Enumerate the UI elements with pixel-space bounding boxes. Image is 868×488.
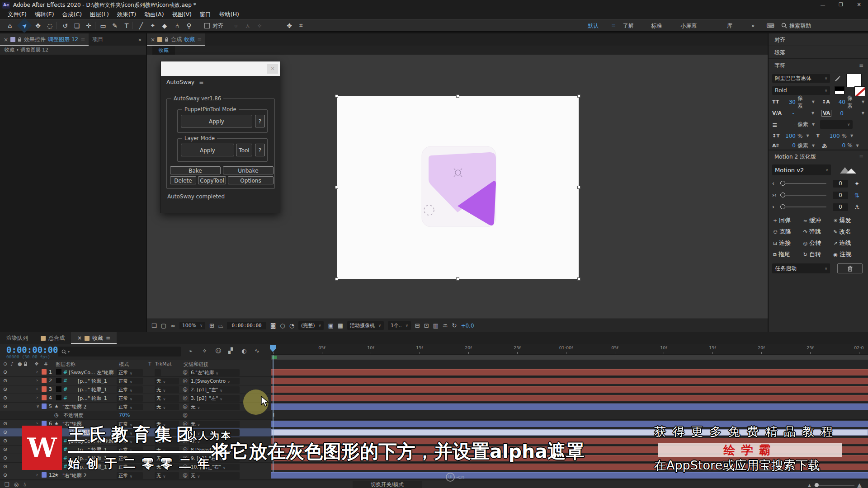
trail-button[interactable]: ⧉拖尾: [773, 250, 803, 258]
type-tool-icon[interactable]: T: [121, 20, 132, 31]
stroke-color-swatch[interactable]: [854, 86, 865, 96]
label-color-chip[interactable]: [42, 386, 47, 392]
zoom-select[interactable]: 100%∨: [179, 322, 205, 329]
expand-inout-icon[interactable]: ⍙: [23, 481, 26, 488]
delete-button[interactable]: Delete: [170, 176, 196, 184]
choose-grid-icon[interactable]: ⊞: [209, 322, 214, 329]
timeline-zoom-slider[interactable]: ▲ ▲: [808, 482, 862, 488]
tab-effect-controls[interactable]: × 效果控件 调整图层 12 ≡: [0, 33, 89, 46]
selection-handle[interactable]: [577, 94, 580, 98]
eye-toggle[interactable]: ⊙: [3, 421, 7, 427]
lock-icon[interactable]: [165, 37, 169, 42]
trkmat-select[interactable]: 无∨: [155, 404, 179, 410]
slider-knob[interactable]: [780, 204, 785, 209]
layer-name[interactable]: [p..." 轮廓_1: [78, 395, 107, 402]
delete-task-button[interactable]: [837, 263, 863, 273]
pen-tool-icon[interactable]: ✎: [109, 20, 120, 31]
menu-item-图层L[interactable]: 图层(L): [86, 11, 113, 19]
composition-chip[interactable]: 收藏: [152, 46, 175, 55]
burst-button[interactable]: ✳爆发: [833, 216, 863, 225]
copytool-button[interactable]: CopyTool: [198, 176, 226, 184]
track-row[interactable]: [271, 385, 868, 394]
autosway-title-bar[interactable]: ×: [161, 61, 280, 76]
spin-button[interactable]: ↻自转: [803, 250, 834, 258]
track-row[interactable]: [271, 377, 868, 385]
rotate-tool-icon[interactable]: ↺: [60, 20, 71, 31]
stamp-tool-icon[interactable]: ⌖: [147, 20, 158, 31]
character-panel-header[interactable]: 字符 ≡: [769, 59, 868, 72]
panel-menu-icon[interactable]: ≡: [106, 335, 110, 341]
jump-button[interactable]: ↷弹跳: [803, 228, 834, 236]
selection-handle[interactable]: [335, 94, 338, 98]
layer-duration-bar[interactable]: [271, 386, 868, 393]
parent-pickwhip-icon[interactable]: @: [183, 472, 188, 478]
blend-mode-select[interactable]: 正常∨: [117, 472, 143, 479]
tab-overflow-icon[interactable]: »: [138, 37, 146, 43]
motion-panel-header[interactable]: Motion 2 汉化版 ≡: [769, 150, 868, 162]
menu-item-动画A[interactable]: 动画(A): [140, 11, 168, 19]
monitor-icon[interactable]: ▢: [161, 322, 166, 329]
selection-handle[interactable]: [456, 277, 459, 281]
kerning-value[interactable]: -: [784, 110, 794, 117]
panel-menu-icon[interactable]: ≡: [197, 37, 202, 43]
eye-toggle[interactable]: ⊙: [3, 386, 7, 392]
workspace-2[interactable]: 标准: [651, 19, 662, 32]
composition-canvas[interactable]: [337, 96, 579, 279]
layer-row-4[interactable]: ⊙›4#[p..." 轮廓_1正常∨无∨@3. [p2]_"左"∨: [0, 394, 271, 403]
layer-row-5[interactable]: ⊙∨5★"左"轮廓 2正常∨无∨@无∨: [0, 403, 271, 411]
property-row-opacity[interactable]: ◷不透明度70%@: [0, 411, 271, 420]
parent-select[interactable]: 无∨: [189, 472, 240, 479]
camera-select[interactable]: 活动摄像机∨: [347, 321, 384, 330]
layer-duration-bar[interactable]: [271, 378, 868, 384]
blend-mode-select[interactable]: 正常∨: [117, 395, 143, 402]
mask-visibility-icon[interactable]: ⏢: [218, 322, 223, 329]
views-select[interactable]: 1个..∨: [388, 321, 411, 330]
leading-value[interactable]: 40: [835, 99, 845, 105]
stopwatch-icon[interactable]: ◷: [54, 412, 59, 418]
selection-handle[interactable]: [335, 277, 338, 281]
puppetpin-apply-button[interactable]: Apply: [181, 115, 252, 127]
slider-track[interactable]: [781, 183, 826, 184]
region-icon[interactable]: ▣: [328, 322, 333, 329]
parent-pickwhip-icon[interactable]: @: [183, 378, 188, 384]
snap-checkbox[interactable]: [204, 23, 210, 28]
pan-icon[interactable]: ✥: [284, 20, 295, 31]
workspace-1[interactable]: 了解: [623, 19, 634, 32]
label-color-chip[interactable]: [42, 404, 47, 409]
tracking-value[interactable]: 0: [833, 110, 843, 117]
rocket-icon[interactable]: ✦: [854, 180, 859, 187]
search-help-label[interactable]: 搜索帮助: [789, 19, 811, 32]
parent-select[interactable]: 无∨: [189, 404, 240, 410]
camera-tool-icon[interactable]: ❏: [71, 20, 82, 31]
mini-color-black-white[interactable]: [835, 86, 844, 94]
menu-item-帮助H[interactable]: 帮助(H): [215, 11, 243, 19]
glasses-icon[interactable]: ∞: [170, 322, 175, 329]
pixel-aspect-icon[interactable]: ▥: [433, 322, 439, 329]
twirl-toggle[interactable]: ›: [36, 421, 38, 426]
mountains-icon[interactable]: [839, 165, 857, 174]
work-area-bar[interactable]: [271, 355, 868, 360]
toggle-switches-button[interactable]: 切换开关/模式: [353, 481, 422, 488]
parent-select[interactable]: 1.[SwayContro∨: [189, 378, 240, 385]
search-icon[interactable]: [781, 23, 787, 28]
graph-editor-icon[interactable]: ∿: [255, 347, 259, 354]
puppetpin-help-button[interactable]: ?: [255, 115, 265, 127]
label-color-chip[interactable]: [42, 369, 47, 375]
parent-select[interactable]: 6."左"轮廓∨: [189, 369, 240, 376]
trkmat-select[interactable]: 无∨: [155, 386, 179, 393]
squash-slider[interactable]: ›‹0⇅: [769, 189, 868, 201]
eye-toggle[interactable]: ⊙: [3, 369, 7, 375]
cc-badge-icon[interactable]: ⌨: [765, 20, 776, 31]
expand-layers-icon[interactable]: ❏: [5, 481, 9, 488]
puppet-pin-tool-icon[interactable]: ⚲: [184, 20, 194, 31]
layer-name[interactable]: [SwayCo... 左"轮廓: [69, 369, 114, 376]
property-value[interactable]: 70%: [119, 412, 130, 418]
menu-item-效果T[interactable]: 效果(T): [113, 11, 140, 19]
timeline-tab-总合成[interactable]: 总合成: [34, 332, 71, 344]
blend-mode-select[interactable]: 正常∨: [117, 386, 143, 393]
workspace-menu-icon[interactable]: ≡: [611, 19, 616, 32]
menu-item-编辑E[interactable]: 编辑(E): [31, 11, 58, 19]
eye-toggle[interactable]: ⊙: [3, 429, 7, 435]
selection-handle[interactable]: [577, 277, 580, 281]
track-row[interactable]: [271, 403, 868, 411]
